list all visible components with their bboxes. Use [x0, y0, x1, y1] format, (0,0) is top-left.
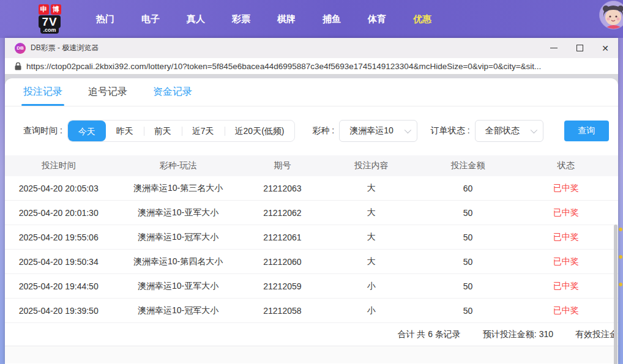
cell-issue: 21212062	[244, 208, 321, 218]
nav-item[interactable]: 棋牌	[264, 0, 309, 38]
site-nav: 热门电子真人彩票棋牌捕鱼体育优惠	[83, 0, 445, 38]
time-range-option[interactable]: 今天	[68, 121, 106, 141]
maximize-button[interactable]	[567, 38, 592, 58]
cell-bet-time: 2025-04-20 19:55:06	[5, 232, 112, 242]
status-badge: 已中奖	[514, 207, 618, 218]
table-row: 2025-04-20 19:39:50 澳洲幸运10-冠军大小 21212058…	[5, 299, 618, 323]
logo-text: 7V	[39, 15, 60, 28]
address-bar[interactable]: https://ctop02pcali.2kbxi392.com/lottery…	[5, 58, 618, 75]
cell-bet-time: 2025-04-20 19:44:50	[5, 281, 112, 291]
time-range-group: 今天昨天前天近7天近20天(低频)	[67, 120, 296, 142]
nav-item[interactable]: 优惠	[400, 0, 445, 38]
status-badge: 已中奖	[514, 183, 618, 194]
avatar-image	[600, 1, 623, 29]
cell-bet-content: 大	[321, 256, 422, 267]
logo-suffix: .com	[40, 28, 58, 34]
site-logo[interactable]: 申 博 7V .com	[34, 4, 65, 34]
nav-item[interactable]: 电子	[128, 0, 173, 38]
cell-bet-amount: 50	[422, 232, 513, 242]
chevron-down-icon	[530, 127, 537, 133]
window-title: DB彩票 - 极速浏览器	[31, 43, 99, 53]
minimize-button[interactable]	[541, 38, 567, 58]
cell-bet-content: 大	[321, 183, 422, 194]
page-left-edge	[0, 38, 5, 364]
record-tabs: 投注记录追号记录资金记录	[5, 78, 618, 106]
cell-bet-amount: 50	[422, 208, 513, 218]
status-filter-label: 订单状态 :	[431, 125, 470, 136]
close-button[interactable]: ✕	[592, 38, 618, 58]
table-row: 2025-04-20 20:05:03 澳洲幸运10-第三名大小 2121206…	[5, 176, 618, 201]
col-header-status: 状态	[514, 160, 618, 171]
time-filter-label: 查询时间 :	[23, 125, 62, 136]
time-range-option[interactable]: 前天	[144, 121, 182, 141]
cell-bet-content: 小	[321, 305, 422, 316]
cell-lottery-play: 澳洲幸运10-冠军大小	[112, 232, 244, 243]
nav-item[interactable]: 彩票	[218, 0, 264, 38]
close-icon: ✕	[602, 44, 609, 53]
cell-issue: 21212061	[244, 232, 321, 242]
time-range-option[interactable]: 近20天(低频)	[225, 121, 295, 141]
time-range-option[interactable]: 昨天	[106, 121, 144, 141]
cell-bet-amount: 50	[422, 257, 513, 267]
col-header-issue: 期号	[244, 160, 321, 171]
lottery-select[interactable]: 澳洲幸运10	[339, 120, 417, 142]
bottom-strip	[5, 346, 618, 363]
record-tab[interactable]: 资金记录	[153, 78, 192, 106]
filter-row: 查询时间 : 今天昨天前天近7天近20天(低频) 彩种 : 澳洲幸运10 订单状…	[23, 120, 618, 142]
chevron-down-icon	[405, 127, 411, 133]
nav-item[interactable]: 体育	[354, 0, 400, 38]
status-badge: 已中奖	[514, 281, 618, 292]
nav-item[interactable]: 捕鱼	[309, 0, 354, 38]
cell-issue: 21212063	[244, 184, 321, 193]
app-icon: DB	[15, 43, 26, 54]
window-titlebar[interactable]: DB DB彩票 - 极速浏览器 ✕	[5, 38, 618, 58]
cell-bet-content: 大	[321, 232, 422, 243]
cell-bet-content: 小	[321, 281, 422, 292]
nav-item[interactable]: 热门	[83, 0, 128, 38]
summary-valid-amount: 有效投注金额	[575, 329, 618, 340]
summary-row: 合计 共 6 条记录 预计投注金额: 310 有效投注金额	[5, 323, 618, 346]
cell-bet-time: 2025-04-20 19:39:50	[5, 306, 112, 316]
cell-issue: 21212058	[244, 306, 321, 316]
order-status-value: 全部状态	[485, 125, 520, 136]
logo-badge-2: 博	[51, 4, 61, 15]
cell-lottery-play: 澳洲幸运10-亚军大小	[112, 207, 244, 218]
decor-blob	[619, 283, 622, 286]
cell-lottery-play: 澳洲幸运10-冠军大小	[112, 305, 244, 316]
user-avatar[interactable]	[599, 1, 623, 29]
bet-records-table: 投注时间 彩种-玩法 期号 投注内容 投注金额 状态 2025-04-20 20…	[5, 155, 618, 323]
maximize-icon	[576, 45, 583, 51]
window-controls: ✕	[541, 38, 618, 58]
order-status-select[interactable]: 全部状态	[475, 120, 543, 142]
record-tab[interactable]: 投注记录	[23, 78, 62, 106]
minimize-icon	[550, 48, 558, 48]
cell-bet-amount: 60	[422, 184, 513, 193]
status-badge: 已中奖	[514, 305, 618, 316]
records-card: 投注记录追号记录资金记录 查询时间 : 今天昨天前天近7天近20天(低频) 彩种…	[5, 78, 618, 363]
record-tab[interactable]: 追号记录	[88, 78, 127, 106]
nav-item[interactable]: 真人	[173, 0, 218, 38]
page-right-edge	[618, 38, 623, 364]
decor-blob	[619, 228, 622, 231]
cell-bet-time: 2025-04-20 20:01:30	[5, 208, 112, 218]
col-header-lottery-play: 彩种-玩法	[112, 160, 244, 171]
table-row: 2025-04-20 19:50:34 澳洲幸运10-第四名大小 2121206…	[5, 250, 618, 274]
cell-issue: 21212059	[244, 281, 321, 291]
lottery-filter-label: 彩种 :	[312, 125, 334, 136]
table-row: 2025-04-20 19:55:06 澳洲幸运10-冠军大小 21212061…	[5, 225, 618, 250]
search-button[interactable]: 查询	[564, 121, 609, 141]
window-scrollbar[interactable]	[614, 225, 617, 364]
summary-total-records: 合计 共 6 条记录	[397, 329, 460, 340]
logo-badge-1: 申	[39, 4, 49, 15]
status-badge: 已中奖	[514, 232, 618, 243]
summary-expected-amount: 预计投注金额: 310	[483, 329, 553, 340]
cell-bet-amount: 50	[422, 281, 513, 291]
decor-blob	[619, 255, 622, 259]
page-content: 投注记录追号记录资金记录 查询时间 : 今天昨天前天近7天近20天(低频) 彩种…	[5, 75, 618, 363]
lottery-select-value: 澳洲幸运10	[349, 125, 394, 136]
table-row: 2025-04-20 19:44:50 澳洲幸运10-亚军大小 21212059…	[5, 274, 618, 299]
time-range-option[interactable]: 近7天	[182, 121, 225, 141]
table-header-row: 投注时间 彩种-玩法 期号 投注内容 投注金额 状态	[5, 155, 618, 176]
cell-bet-time: 2025-04-20 20:05:03	[5, 184, 112, 193]
table-row: 2025-04-20 20:01:30 澳洲幸运10-亚军大小 21212062…	[5, 201, 618, 225]
